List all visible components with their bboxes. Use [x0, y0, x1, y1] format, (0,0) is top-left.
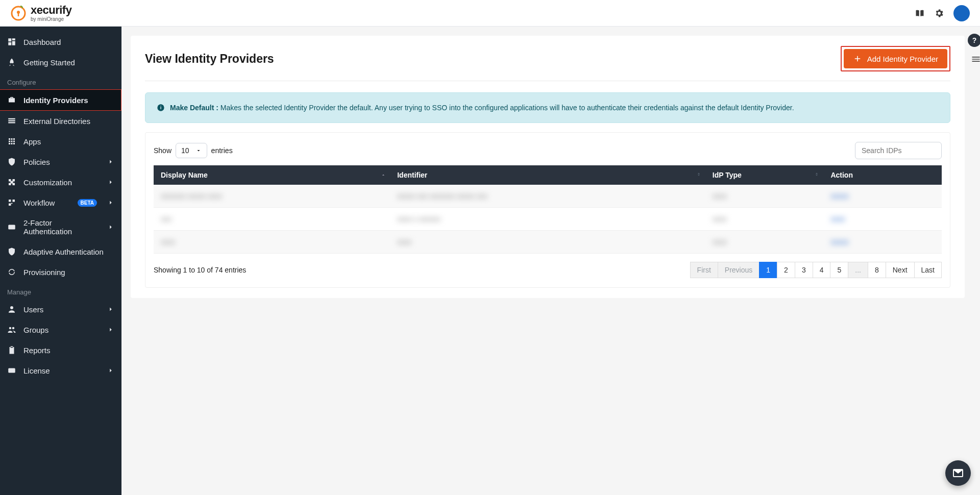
beta-badge: BETA — [78, 199, 97, 207]
entries-per-page-select[interactable]: 10 — [176, 143, 207, 158]
sidebar-item-getting-started[interactable]: Getting Started — [0, 52, 121, 72]
add-idp-highlight: Add Identity Provider — [841, 46, 950, 71]
sidebar-item-label: Getting Started — [23, 58, 114, 67]
sidebar-item-label: Identity Providers — [23, 96, 114, 105]
gear-icon[interactable] — [934, 8, 944, 18]
rocket-icon — [7, 58, 16, 67]
shield-icon — [7, 157, 16, 166]
page-last[interactable]: Last — [914, 262, 942, 278]
brand-logo[interactable]: xecurify by miniOrange — [10, 5, 71, 22]
sidebar-item-provisioning[interactable]: Provisioning — [0, 262, 121, 282]
user-icon — [7, 305, 16, 314]
page-1[interactable]: 1 — [759, 262, 777, 278]
sidebar-item-label: Provisioning — [23, 268, 114, 277]
avatar[interactable] — [953, 5, 970, 21]
page-3[interactable]: 3 — [795, 262, 813, 278]
clipboard-icon — [7, 345, 16, 355]
page-4[interactable]: 4 — [813, 262, 831, 278]
list-icon — [7, 116, 16, 126]
grid-icon — [7, 137, 16, 146]
info-icon: i — [157, 104, 165, 112]
page-next[interactable]: Next — [886, 262, 915, 278]
sidebar-item-label: Apps — [23, 137, 114, 146]
page-ellipsis: ... — [848, 262, 868, 278]
chat-button[interactable] — [945, 460, 971, 486]
sidebar-item-label: Adaptive Authentication — [23, 247, 114, 256]
chevron-right-icon — [107, 199, 114, 206]
dashboard-icon — [7, 37, 16, 46]
page-5[interactable]: 5 — [830, 262, 848, 278]
briefcase-icon — [7, 95, 16, 105]
sidebar-item-workflow[interactable]: Workflow BETA — [0, 192, 121, 213]
help-button[interactable]: ? — [968, 34, 980, 47]
sidebar-item-label: License — [23, 366, 100, 375]
chevron-right-icon — [107, 158, 114, 165]
chevron-right-icon — [107, 306, 114, 313]
sidebar-section-configure: Configure — [0, 72, 121, 89]
sidebar-item-label: Dashboard — [23, 38, 114, 46]
sync-icon — [7, 267, 16, 277]
sidebar-item-label: Users — [23, 305, 100, 314]
plus-icon — [853, 54, 862, 63]
table-row: xxxxxxx xxxxx xxxx xxxxx xxx xxxxxxx xxx… — [154, 185, 942, 208]
top-header: xecurify by miniOrange — [0, 0, 980, 27]
brand-title: xecurify — [31, 5, 71, 16]
info-strong: Make Default : — [170, 104, 218, 112]
sidebar-item-label: Reports — [23, 346, 114, 355]
page-title: View Identity Providers — [145, 52, 274, 66]
col-identifier[interactable]: Identifier — [390, 165, 705, 185]
sidebar-item-adaptive-auth[interactable]: Adaptive Authentication — [0, 241, 121, 262]
sidebar: Dashboard Getting Started Configure Iden… — [0, 27, 121, 495]
col-idp-type[interactable]: IdP Type — [705, 165, 824, 185]
sidebar-item-dashboard[interactable]: Dashboard — [0, 32, 121, 52]
sidebar-item-apps[interactable]: Apps — [0, 131, 121, 152]
entries-value: 10 — [181, 146, 189, 155]
sidebar-item-label: Groups — [23, 326, 100, 334]
sidebar-item-customization[interactable]: Customization — [0, 172, 121, 192]
sidebar-item-groups[interactable]: Groups — [0, 319, 121, 340]
shield-check-icon — [7, 247, 16, 256]
logo-icon — [10, 5, 27, 21]
chevron-down-icon — [195, 147, 202, 154]
sidebar-item-external-directories[interactable]: External Directories — [0, 111, 121, 131]
search-input[interactable] — [855, 142, 942, 159]
pagination: First Previous 1 2 3 4 5 ... 8 Next Last — [691, 262, 942, 278]
sidebar-item-identity-providers[interactable]: Identity Providers — [0, 89, 121, 111]
page-8[interactable]: 8 — [868, 262, 886, 278]
col-action: Action — [823, 165, 942, 185]
page-2[interactable]: 2 — [777, 262, 795, 278]
sidebar-item-label: Policies — [23, 158, 100, 166]
svg-text:i: i — [160, 105, 162, 110]
page-previous[interactable]: Previous — [718, 262, 760, 278]
sidebar-item-license[interactable]: License — [0, 360, 121, 381]
add-button-label: Add Identity Provider — [867, 55, 938, 63]
sort-icon — [696, 171, 701, 180]
sidebar-item-reports[interactable]: Reports — [0, 340, 121, 360]
sidebar-item-label: External Directories — [23, 117, 114, 126]
svg-rect-3 — [8, 368, 15, 373]
info-banner: i Make Default : Makes the selected Iden… — [145, 92, 950, 123]
sidebar-item-label: 2-Factor Authentication — [23, 218, 100, 236]
card-icon — [7, 366, 16, 375]
svg-rect-2 — [8, 225, 15, 230]
group-icon — [7, 325, 16, 334]
sidebar-item-2fa[interactable]: 2-Factor Authentication — [0, 213, 121, 241]
chevron-right-icon — [107, 179, 114, 186]
workflow-icon — [7, 198, 16, 207]
sidebar-item-label: Customization — [23, 178, 100, 187]
entries-label: entries — [211, 146, 233, 155]
main-content: ? View Identity Providers Add Identity P… — [121, 27, 980, 495]
sidebar-item-users[interactable]: Users — [0, 299, 121, 319]
idp-table: Display Name Identifier IdP Type Action — [154, 165, 942, 254]
sort-asc-icon — [381, 171, 386, 179]
info-text: Makes the selected Identity Provider the… — [218, 104, 794, 112]
sidebar-item-label: Workflow — [23, 199, 70, 207]
sidebar-item-policies[interactable]: Policies — [0, 152, 121, 172]
docs-icon[interactable] — [915, 8, 925, 18]
page-first[interactable]: First — [690, 262, 718, 278]
table-row: xxxx xxxx xxxx xxxxx — [154, 231, 942, 254]
add-identity-provider-button[interactable]: Add Identity Provider — [844, 49, 947, 68]
side-menu-toggle[interactable] — [971, 54, 980, 66]
col-display-name[interactable]: Display Name — [154, 165, 390, 185]
chevron-right-icon — [107, 326, 114, 333]
